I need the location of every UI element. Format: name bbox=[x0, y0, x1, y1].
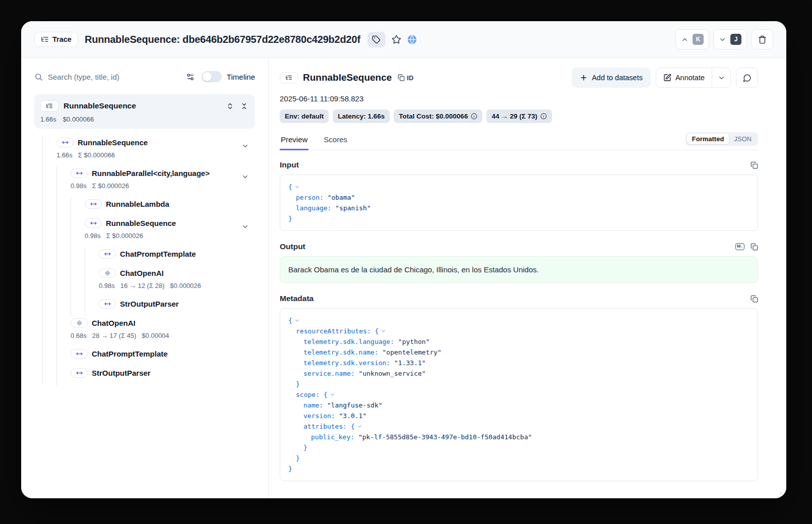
observation-metrics: 1.66sΣ $0.000066 bbox=[56, 150, 148, 160]
json-collapse-icon[interactable] bbox=[357, 424, 362, 429]
tag-icon bbox=[372, 35, 381, 44]
observation-metrics: 0.98sΣ $0.000026 bbox=[71, 181, 210, 191]
observation-title: RunnableSequence bbox=[303, 72, 392, 83]
generation-icon bbox=[71, 318, 88, 328]
header-actions: K J bbox=[675, 29, 773, 49]
share-public-button[interactable] bbox=[407, 35, 417, 44]
tree-indent-guide bbox=[56, 166, 71, 197]
detail-header: RunnableSequence ID Add to datasets Anno… bbox=[280, 68, 758, 88]
square-pen-icon bbox=[663, 74, 671, 82]
collapse-all-icon[interactable] bbox=[240, 102, 248, 110]
tree-indent-guide bbox=[85, 247, 99, 266]
json-collapse-icon[interactable] bbox=[330, 392, 335, 397]
observation-label: ChatOpenAI bbox=[92, 319, 136, 327]
tree-item-chatprompttemplate[interactable]: ChatPromptTemplate bbox=[34, 247, 255, 266]
copy-icon[interactable] bbox=[751, 295, 758, 303]
metric-badge: 44 → 29 (Σ 73) bbox=[486, 109, 552, 123]
header: Trace RunnableSequence: dbe646b2b67957d2… bbox=[21, 21, 786, 58]
tree-root-selected[interactable]: RunnableSequence 1.66s $0.000066 bbox=[34, 94, 255, 129]
tree-indent-guide bbox=[42, 197, 56, 216]
tree-indent-guide bbox=[56, 266, 71, 297]
tree-indent-guide bbox=[71, 266, 85, 297]
tree-item-chatprompttemplate[interactable]: ChatPromptTemplate bbox=[34, 347, 255, 366]
format-option-formatted[interactable]: Formatted bbox=[687, 134, 729, 144]
tree-item-chatopenai[interactable]: ChatOpenAI0.68s28 → 17 (Σ 45)$0.00004 bbox=[34, 316, 255, 347]
annotate-dropdown-button[interactable] bbox=[712, 68, 730, 87]
tabs-row: PreviewScores FormattedJSON bbox=[280, 132, 758, 150]
tree-item-stroutputparser[interactable]: StrOutputParser bbox=[34, 366, 255, 385]
output-text: Barack Obama es de la ciudad de Chicago,… bbox=[280, 256, 758, 283]
observation-label: ChatPromptTemplate bbox=[92, 350, 168, 358]
tree-indent-guide bbox=[42, 136, 56, 166]
span-icon bbox=[99, 299, 116, 309]
observation-tree: RunnableSequence1.66sΣ $0.000066Runnable… bbox=[34, 136, 255, 385]
tree-indent-guide bbox=[56, 297, 71, 316]
tree-indent-guide bbox=[42, 366, 56, 385]
tab-preview[interactable]: Preview bbox=[280, 135, 308, 150]
span-icon bbox=[85, 218, 102, 228]
observation-metrics: 0.98sΣ $0.000026 bbox=[85, 231, 176, 241]
search-icon bbox=[34, 73, 43, 81]
add-to-datasets-button[interactable]: Add to datasets bbox=[572, 68, 651, 88]
tree-indent-guide bbox=[56, 216, 71, 247]
observation-label: StrOutputParser bbox=[120, 300, 179, 308]
copy-id-button[interactable]: ID bbox=[398, 74, 413, 82]
tree-indent-guide bbox=[56, 197, 71, 216]
list-tree-icon bbox=[46, 102, 53, 109]
next-trace-button[interactable]: J bbox=[713, 29, 747, 49]
trace-icon-badge bbox=[280, 72, 298, 83]
chevron-down-icon[interactable] bbox=[241, 223, 249, 230]
metadata-section: Metadata {resourceAttributes: {telemetry… bbox=[280, 294, 758, 481]
span-icon bbox=[85, 199, 102, 209]
tree-indent-guide bbox=[71, 247, 85, 266]
trace-type-badge: Trace bbox=[34, 32, 78, 47]
chevron-down-icon[interactable] bbox=[241, 142, 249, 150]
json-collapse-icon[interactable] bbox=[381, 328, 386, 334]
observation-label: RunnableSequence bbox=[106, 219, 176, 227]
info-icon[interactable] bbox=[540, 113, 547, 120]
input-section-title: Input bbox=[280, 160, 299, 169]
generation-icon bbox=[99, 268, 116, 278]
copy-icon[interactable] bbox=[751, 243, 758, 251]
info-icon[interactable] bbox=[471, 113, 477, 120]
markdown-toggle-icon[interactable]: M↓ bbox=[735, 243, 744, 250]
copy-icon[interactable] bbox=[751, 161, 758, 169]
json-collapse-icon[interactable] bbox=[294, 184, 300, 190]
tree-item-runnablesequence[interactable]: RunnableSequence0.98sΣ $0.000026 bbox=[34, 216, 255, 247]
format-option-json[interactable]: JSON bbox=[729, 134, 757, 144]
timeline-label: Timeline bbox=[227, 73, 255, 81]
metric-badges-row: Env: defaultLatency: 1.66sTotal Cost: $0… bbox=[280, 109, 758, 123]
search-input[interactable] bbox=[48, 73, 186, 81]
filter-settings-icon[interactable] bbox=[186, 73, 195, 81]
delete-trace-button[interactable] bbox=[751, 29, 773, 49]
input-section: Input {person: "obama"language: "spanish… bbox=[280, 160, 758, 231]
annotate-label: Annotate bbox=[675, 74, 705, 82]
span-icon bbox=[99, 249, 116, 259]
tree-item-runnablelambda[interactable]: RunnableLambda bbox=[34, 197, 255, 216]
plus-icon bbox=[580, 74, 588, 82]
tree-indent-guide bbox=[42, 347, 56, 366]
comments-button[interactable] bbox=[736, 68, 758, 88]
tree-item-runnableparallel-city-language[interactable]: RunnableParallel<city,language>0.98sΣ $0… bbox=[34, 166, 255, 197]
tab-scores[interactable]: Scores bbox=[323, 135, 348, 150]
comment-bubble-icon bbox=[743, 74, 752, 82]
observation-metrics: 0.68s28 → 17 (Σ 45)$0.00004 bbox=[71, 331, 169, 341]
tree-indent-guide bbox=[42, 166, 56, 197]
window-resize-handle[interactable] bbox=[777, 489, 782, 495]
tree-item-stroutputparser[interactable]: StrOutputParser bbox=[34, 297, 255, 316]
observation-label: ChatPromptTemplate bbox=[120, 250, 196, 258]
bookmark-star-button[interactable] bbox=[392, 35, 401, 44]
tree-indent-guide bbox=[42, 266, 56, 297]
metadata-section-title: Metadata bbox=[280, 294, 314, 303]
tree-item-chatopenai[interactable]: ChatOpenAI0.98s16 → 12 (Σ 28)$0.000026 bbox=[34, 266, 255, 297]
prev-trace-button[interactable]: K bbox=[675, 29, 709, 49]
json-collapse-icon[interactable] bbox=[294, 318, 300, 323]
annotate-button[interactable]: Annotate bbox=[656, 68, 712, 87]
tag-button[interactable] bbox=[367, 32, 386, 47]
timeline-toggle[interactable] bbox=[202, 71, 222, 82]
chevron-down-icon[interactable] bbox=[241, 173, 249, 181]
id-label: ID bbox=[407, 74, 413, 82]
add-to-datasets-label: Add to datasets bbox=[592, 74, 643, 82]
tree-item-runnablesequence[interactable]: RunnableSequence1.66sΣ $0.000066 bbox=[34, 136, 255, 166]
expand-all-icon[interactable] bbox=[226, 102, 234, 110]
